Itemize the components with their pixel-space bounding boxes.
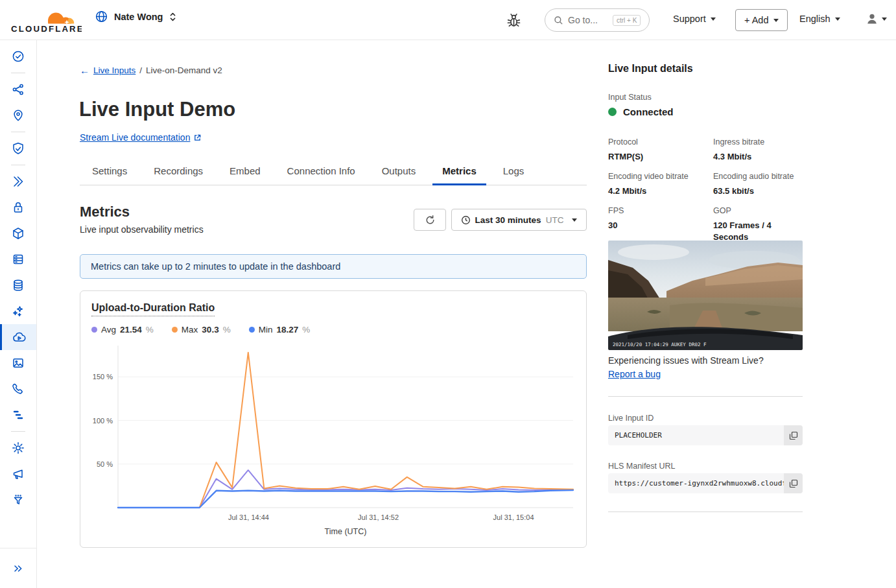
sidebar-item-announcements[interactable] xyxy=(0,461,36,487)
input-status-label: Input Status xyxy=(608,93,652,102)
sidebar-item-server-stack[interactable] xyxy=(0,246,36,272)
sidebar-divider xyxy=(11,431,25,432)
tab-outputs[interactable]: Outputs xyxy=(381,161,418,185)
tab-settings[interactable]: Settings xyxy=(91,161,128,185)
line-chart: 50 %100 %150 %Jul 31, 14:44Jul 31, 14:52… xyxy=(86,343,582,537)
add-button[interactable]: + Add xyxy=(735,9,788,31)
tab-metrics[interactable]: Metrics xyxy=(441,161,478,185)
field-fps: FPS 30 xyxy=(608,206,713,242)
user-icon xyxy=(865,12,879,26)
tab-recordings[interactable]: Recordings xyxy=(152,161,204,185)
chevrons-right-icon xyxy=(11,561,25,576)
back-arrow-icon: ← xyxy=(80,65,89,76)
tab-embed[interactable]: Embed xyxy=(228,161,262,185)
sidebar-collapse[interactable] xyxy=(0,548,37,588)
field-video-bitrate: Encoding video bitrate 4.2 Mbit/s xyxy=(608,172,713,196)
sidebar-item-settings[interactable] xyxy=(0,435,36,461)
svg-text:150 %: 150 % xyxy=(93,373,113,381)
sidebar-item-time-travel[interactable] xyxy=(0,43,36,69)
shield-arrow-icon xyxy=(11,141,25,156)
megaphone-icon xyxy=(11,467,25,481)
sidebar-item-filter[interactable] xyxy=(0,487,36,513)
sidebar-item-ssl[interactable] xyxy=(0,194,36,220)
details-fields: Protocol RTMP(S) Ingress bitrate 4.3 Mbi… xyxy=(608,137,803,242)
legend-dot-max xyxy=(172,327,178,333)
svg-text:Jul 31, 14:44: Jul 31, 14:44 xyxy=(228,513,269,521)
tab-connection-info[interactable]: Connection Info xyxy=(286,161,357,185)
sidebar-item-analytics[interactable] xyxy=(0,402,36,428)
search-input[interactable] xyxy=(568,15,608,25)
time-range-dropdown[interactable]: Last 30 minutes UTC xyxy=(451,209,587,231)
tab-bar: Settings Recordings Embed Connection Inf… xyxy=(80,161,587,185)
sidebar-divider xyxy=(11,73,25,73)
panel-divider xyxy=(608,512,803,512)
live-video-preview[interactable]: 2021/10/20 17:04:29 AUKEY DR02 F xyxy=(608,241,803,350)
svg-text:Time (UTC): Time (UTC) xyxy=(325,527,367,536)
panel-divider xyxy=(608,396,803,397)
copy-hls-url-button[interactable] xyxy=(784,473,803,493)
hls-manifest-row: https://customer-igynxd2rwhmuoxw8.cloudf xyxy=(608,473,803,493)
status-dot-green xyxy=(608,108,617,116)
speed-bolt-icon xyxy=(11,174,25,189)
chart-card: Upload-to-Duration Ratio Avg 21.54 % Max… xyxy=(80,290,587,548)
page-title: Live Input Demo xyxy=(79,98,235,121)
sidebar-item-stream[interactable] xyxy=(0,324,36,350)
legend-dot-avg xyxy=(91,327,97,333)
copy-icon xyxy=(789,479,798,488)
lock-icon xyxy=(11,200,25,215)
gear-icon xyxy=(11,441,25,455)
legend-max: Max 30.3 % xyxy=(172,325,231,335)
live-input-id-row: PLACEHOLDER xyxy=(608,425,803,445)
video-timestamp-overlay: 2021/10/20 17:04:29 AUKEY DR02 F xyxy=(613,342,707,347)
sidebar-item-images[interactable] xyxy=(0,350,36,376)
global-search[interactable]: ctrl + K xyxy=(545,8,650,32)
clock-check-icon xyxy=(11,49,25,64)
refresh-icon xyxy=(425,215,436,226)
cloudflare-logo[interactable]: CLOUDFLARE xyxy=(10,5,82,35)
search-icon xyxy=(554,16,563,25)
details-heading: Live Input details xyxy=(608,63,693,75)
sidebar-item-speed[interactable] xyxy=(0,169,36,194)
sidebar-divider xyxy=(11,132,25,132)
server-stack-icon xyxy=(11,252,25,266)
sidebar-item-security[interactable] xyxy=(0,135,36,161)
field-ingress-bitrate: Ingress bitrate 4.3 Mbit/s xyxy=(713,137,803,162)
copy-live-input-id-button[interactable] xyxy=(784,425,803,445)
stream-docs-link[interactable]: Stream Live documentation xyxy=(80,132,202,143)
sidebar-item-calls[interactable] xyxy=(0,376,36,402)
breadcrumb-live-inputs[interactable]: Live Inputs xyxy=(93,65,136,75)
chevron-down-icon xyxy=(882,18,887,21)
chevron-down-icon xyxy=(835,18,840,21)
clock-icon xyxy=(461,215,471,225)
sidebar-item-database[interactable] xyxy=(0,272,36,298)
copy-icon xyxy=(789,431,798,440)
report-bug-icon[interactable] xyxy=(503,10,524,30)
image-icon xyxy=(11,356,25,370)
field-gop: GOP 120 Frames / 4 Seconds xyxy=(713,206,803,242)
sidebar-item-workers[interactable] xyxy=(0,220,36,246)
phone-icon xyxy=(11,382,25,396)
chart-legend: Avg 21.54 % Max 30.3 % Min 18.27 % xyxy=(91,325,310,335)
cube-icon xyxy=(11,226,25,241)
field-audio-bitrate: Encoding audio bitrate 63.5 kbit/s xyxy=(713,172,803,196)
user-menu[interactable] xyxy=(865,12,887,26)
svg-text:50 %: 50 % xyxy=(97,460,113,468)
info-banner: Metrics can take up to 2 minutes to upda… xyxy=(80,254,587,279)
breadcrumb-separator: / xyxy=(139,65,142,75)
live-input-id-value[interactable]: PLACEHOLDER xyxy=(608,425,784,445)
input-status: Connected xyxy=(608,106,674,117)
refresh-button[interactable] xyxy=(414,209,446,231)
metrics-heading: Metrics xyxy=(80,204,130,220)
stream-cloud-play-icon xyxy=(12,330,27,345)
tab-logs[interactable]: Logs xyxy=(502,161,526,185)
account-selector[interactable]: Nate Wong xyxy=(95,10,177,23)
hls-manifest-value[interactable]: https://customer-igynxd2rwhmuoxw8.cloudf xyxy=(608,473,784,493)
support-menu[interactable]: Support xyxy=(673,14,716,24)
sidebar-item-locations[interactable] xyxy=(0,102,36,128)
sidebar-item-discover[interactable] xyxy=(0,76,36,102)
language-menu[interactable]: English xyxy=(799,14,840,24)
search-shortcut-badge: ctrl + K xyxy=(613,15,641,26)
sidebar-item-ai[interactable] xyxy=(0,298,36,324)
report-bug-link[interactable]: Report a bug xyxy=(608,369,661,379)
globe-icon xyxy=(95,10,108,23)
